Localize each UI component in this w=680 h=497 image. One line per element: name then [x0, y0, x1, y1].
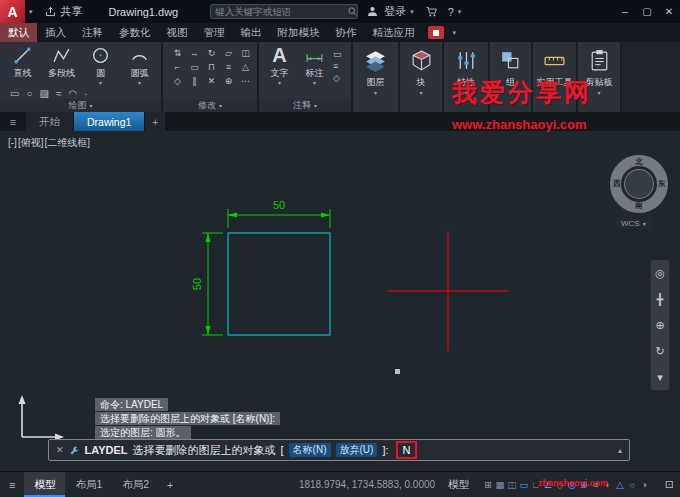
ribbon-tab-collaborate[interactable]: 协作: [328, 23, 365, 42]
annotation-extra-icon[interactable]: ◇: [333, 73, 342, 83]
transparency-icon[interactable]: ◐: [602, 479, 614, 490]
user-icon[interactable]: [364, 4, 380, 20]
help-caret-icon[interactable]: ▾: [454, 8, 466, 16]
layout-menu-icon[interactable]: ≡: [0, 479, 24, 491]
new-layout-button[interactable]: +: [159, 479, 181, 491]
spline-icon[interactable]: ≈: [56, 88, 62, 99]
panel-draw-label[interactable]: 绘图▾: [0, 99, 161, 112]
dimension-top[interactable]: [228, 209, 330, 228]
viewport-menu[interactable]: [-]: [8, 137, 17, 148]
option-undo-button[interactable]: 放弃(U): [336, 443, 378, 457]
dimension-left[interactable]: [202, 233, 223, 335]
isodraft-icon[interactable]: ◇: [554, 479, 566, 490]
annotation-scale-icon[interactable]: △: [614, 479, 626, 490]
modify-tool-icon[interactable]: ⊓: [208, 62, 215, 72]
ellipse-icon[interactable]: ○: [26, 88, 32, 99]
search-input[interactable]: [215, 6, 347, 17]
search-icon[interactable]: [347, 6, 358, 17]
wcs-menu[interactable]: WCS ▾: [616, 218, 651, 229]
circle-tool[interactable]: 圆 ▾: [82, 45, 119, 86]
ribbon-tab-view[interactable]: 视图: [159, 23, 196, 42]
panel-groups[interactable]: 组 ▾: [490, 42, 533, 112]
file-tab-drawing1[interactable]: Drawing1: [74, 112, 145, 131]
drawing-canvas[interactable]: [-][俯视][二维线框] 50 50: [0, 131, 680, 471]
modify-tool-icon[interactable]: ≡: [226, 62, 231, 72]
table-icon[interactable]: ≡: [333, 61, 342, 71]
command-close-icon[interactable]: ✕: [56, 445, 64, 455]
file-tab-start[interactable]: 开始: [26, 112, 74, 131]
viewport-visualstyle-menu[interactable]: [二维线框]: [44, 137, 90, 148]
dynamic-input-icon[interactable]: ▭: [518, 479, 530, 490]
isolate-objects-icon[interactable]: ◑: [638, 479, 650, 490]
close-button[interactable]: ✕: [658, 0, 680, 23]
ribbon-tab-home[interactable]: 默认: [0, 23, 37, 42]
viewcube-east[interactable]: 东: [658, 179, 666, 189]
ribbon-tab-addins[interactable]: 附加模块: [270, 23, 328, 42]
file-tab-menu-icon[interactable]: ≡: [0, 112, 26, 131]
layout2-tab[interactable]: 布局2: [112, 472, 159, 497]
panel-modify-label[interactable]: 修改▾: [163, 99, 257, 112]
option-name-button[interactable]: 名称(N): [289, 443, 331, 457]
fullscreen-icon[interactable]: ⊡: [665, 478, 674, 491]
panel-layers[interactable]: 图层 ▾: [353, 42, 400, 112]
modify-tool-icon[interactable]: ↔: [190, 48, 199, 58]
new-drawing-button[interactable]: +: [145, 112, 165, 131]
panel-annotation-label[interactable]: 注释▾: [259, 99, 351, 112]
command-history-toggle-icon[interactable]: ▴: [618, 446, 622, 455]
modify-tool-icon[interactable]: △: [242, 62, 249, 72]
pan-icon[interactable]: ╋: [657, 294, 664, 305]
command-customize-wrench-icon[interactable]: [69, 445, 80, 456]
app-logo-button[interactable]: A: [0, 0, 25, 23]
modify-tool-icon[interactable]: ⊕: [225, 76, 233, 86]
snap-icon[interactable]: ▦: [494, 479, 506, 490]
ribbon-tab-output[interactable]: 输出: [233, 23, 270, 42]
modify-tool-icon[interactable]: ▭: [190, 62, 199, 72]
ortho-icon[interactable]: ∟: [530, 479, 542, 490]
viewcube-inner-circle[interactable]: [624, 169, 654, 199]
ribbon-tab-parametric[interactable]: 参数化: [111, 23, 159, 42]
modify-tool-icon[interactable]: ⋯: [241, 76, 250, 86]
dimension-tool[interactable]: 标注 ▾: [298, 45, 331, 86]
share-icon[interactable]: [43, 4, 59, 20]
signin-caret-icon[interactable]: ▾: [406, 8, 418, 16]
modify-tool-icon[interactable]: ◫: [241, 48, 250, 58]
infer-constraints-icon[interactable]: ◫: [506, 479, 518, 490]
arc-dropdown-icon[interactable]: ▾: [138, 80, 141, 86]
square-object[interactable]: [228, 233, 330, 335]
orbit-icon[interactable]: ↻: [655, 346, 664, 357]
polyline-tool[interactable]: 多段线: [43, 45, 80, 86]
line-tool[interactable]: 直线: [4, 45, 41, 86]
ribbon-tab-insert[interactable]: 插入: [37, 23, 74, 42]
modify-tool-icon[interactable]: ↻: [208, 48, 216, 58]
command-input[interactable]: N: [396, 441, 418, 459]
rectangle-icon[interactable]: ▭: [10, 88, 19, 99]
panel-block[interactable]: 块 ▾: [400, 42, 444, 112]
ribbon-tab-featured-apps[interactable]: 精选应用: [365, 23, 423, 42]
steering-wheel-icon[interactable]: ◎: [655, 268, 665, 279]
dimension-dropdown-icon[interactable]: ▾: [313, 80, 316, 86]
modify-tool-icon[interactable]: ✕: [208, 76, 216, 86]
maximize-button[interactable]: ▢: [636, 0, 658, 23]
polar-tracking-icon[interactable]: ∠: [542, 479, 554, 490]
layout1-tab[interactable]: 布局1: [65, 472, 112, 497]
model-tab[interactable]: 模型: [24, 472, 65, 497]
arc-tool[interactable]: 圆弧 ▾: [121, 45, 158, 86]
text-dropdown-icon[interactable]: ▾: [278, 80, 281, 86]
modify-tool-icon[interactable]: ∥: [192, 76, 197, 86]
modify-tool-icon[interactable]: ⌐: [175, 62, 180, 72]
modify-tool-icon[interactable]: ⇅: [174, 48, 182, 58]
app-store-cart-icon[interactable]: [424, 4, 440, 20]
grid-icon[interactable]: ⊞: [482, 479, 494, 490]
viewcube[interactable]: 北 南 西 东: [610, 155, 668, 213]
navbar-more-icon[interactable]: ▾: [657, 372, 663, 383]
coordinates-display[interactable]: 1818.9794, 1734.5883, 0.0000: [290, 479, 444, 490]
revcloud-icon[interactable]: ◠: [68, 88, 77, 99]
command-line[interactable]: ✕ LAYDEL 选择要删除的图层上的对象或 [ 名称(N) 放弃(U) ]: …: [48, 439, 630, 461]
viewport-view-menu[interactable]: [俯视]: [18, 137, 44, 148]
signin-label[interactable]: 登录: [384, 4, 406, 19]
object-snap-icon[interactable]: ⊕: [578, 479, 590, 490]
model-space-toggle[interactable]: 模型: [448, 478, 469, 492]
modify-tool-icon[interactable]: ▱: [225, 48, 232, 58]
object-snap-tracking-icon[interactable]: ◎: [566, 479, 578, 490]
viewcube-west[interactable]: 西: [613, 179, 621, 189]
